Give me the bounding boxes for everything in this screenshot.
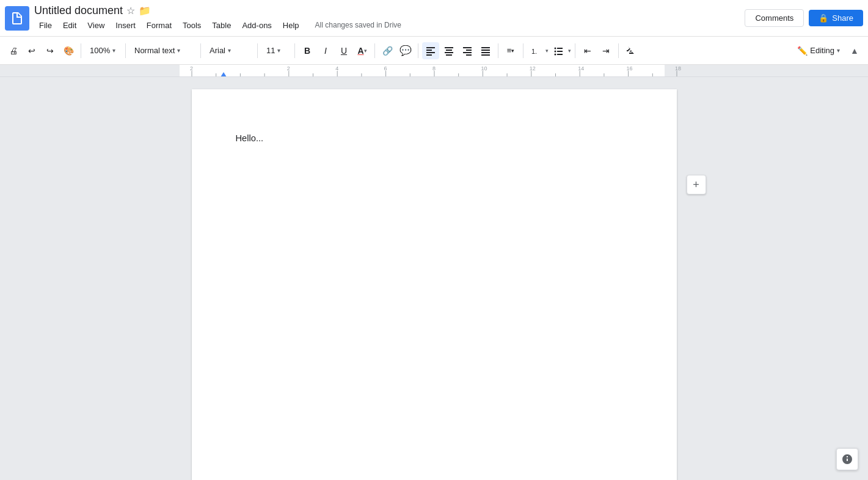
menu-tools[interactable]: Tools (178, 18, 206, 32)
menu-insert[interactable]: Insert (111, 18, 140, 32)
separator-11 (618, 43, 619, 58)
svg-rect-4 (445, 47, 453, 48)
svg-rect-15 (481, 54, 490, 56)
document-page: Hello... + (192, 89, 677, 480)
svg-rect-22 (557, 54, 563, 55)
separator-6 (374, 43, 375, 58)
doc-text: Hello... (236, 133, 264, 143)
separator-1 (81, 43, 81, 58)
redo-button[interactable]: ↪ (42, 42, 59, 59)
svg-rect-1 (426, 50, 432, 51)
zoom-dropdown[interactable]: 100% ▾ (85, 42, 122, 59)
menu-table[interactable]: Table (207, 18, 236, 32)
ordered-list-arrow: ▾ (545, 48, 549, 54)
svg-rect-2 (426, 52, 435, 53)
bullet-list-arrow: ▾ (568, 48, 571, 54)
star-icon[interactable]: ☆ (126, 5, 135, 17)
svg-rect-6 (445, 52, 453, 53)
ruler (0, 65, 868, 77)
add-comment-side-button[interactable]: + (687, 175, 706, 194)
menu-bar: File Edit View Insert Format Tools Table… (34, 18, 745, 32)
pencil-icon: ✏️ (797, 46, 808, 56)
document-content[interactable]: Hello... (236, 133, 633, 194)
paint-format-button[interactable]: 🎨 (60, 42, 77, 59)
svg-point-17 (555, 47, 556, 49)
hide-menus-button[interactable]: ▲ (846, 42, 863, 59)
menu-help[interactable]: Help (278, 18, 304, 32)
line-spacing-button[interactable]: ≡ ▾ (502, 42, 519, 59)
text-color-icon: A (357, 46, 363, 56)
style-chevron: ▾ (177, 47, 180, 54)
svg-rect-11 (466, 54, 472, 56)
align-left-button[interactable] (422, 42, 439, 59)
font-size-dropdown[interactable]: 11 ▾ (261, 42, 291, 59)
align-right-button[interactable] (459, 42, 476, 59)
menu-edit[interactable]: Edit (58, 18, 81, 32)
svg-text:1.: 1. (531, 48, 537, 55)
text-color-button[interactable]: A ▾ (354, 42, 371, 59)
zoom-chevron: ▾ (112, 47, 115, 54)
folder-icon[interactable]: 📁 (139, 5, 151, 17)
align-center-button[interactable] (440, 42, 458, 59)
font-chevron: ▾ (228, 47, 231, 54)
zoom-value: 100% (90, 46, 110, 55)
svg-rect-5 (446, 50, 452, 51)
decrease-indent-button[interactable]: ⇤ (579, 42, 596, 59)
bullet-list-button[interactable] (550, 42, 567, 59)
clear-formatting-button[interactable] (622, 42, 640, 59)
underline-button[interactable]: U (335, 42, 352, 59)
increase-indent-button[interactable]: ⇥ (597, 42, 615, 59)
lock-icon: 🔒 (819, 13, 828, 23)
separator-10 (575, 43, 575, 58)
menu-addons[interactable]: Add-ons (237, 18, 276, 32)
editing-mode-label: Editing (810, 46, 834, 55)
separator-8 (498, 43, 498, 58)
svg-rect-14 (481, 52, 490, 53)
editing-mode-dropdown[interactable]: ✏️ Editing ▾ (792, 43, 845, 58)
font-value: Arial (210, 46, 225, 55)
svg-rect-3 (426, 54, 432, 56)
menu-view[interactable]: View (82, 18, 109, 32)
doc-title-row: Untitled document ☆ 📁 (34, 4, 745, 17)
insert-link-button[interactable]: 🔗 (379, 42, 396, 59)
separator-7 (418, 43, 418, 58)
top-actions: Comments 🔒 Share (745, 9, 863, 27)
color-dropdown-arrow: ▾ (364, 48, 367, 54)
svg-rect-20 (557, 51, 563, 52)
separator-4 (257, 43, 258, 58)
svg-point-19 (555, 50, 556, 52)
ordered-list-button[interactable]: 1. (527, 42, 544, 59)
svg-rect-8 (463, 47, 472, 48)
insert-comment-button[interactable]: 💬 (397, 42, 414, 59)
justify-button[interactable] (477, 42, 494, 59)
svg-rect-7 (446, 54, 452, 56)
ai-fab-button[interactable] (836, 448, 858, 470)
svg-rect-10 (463, 52, 472, 53)
size-value: 11 (266, 46, 275, 55)
separator-3 (200, 43, 201, 58)
bold-button[interactable]: B (299, 42, 316, 59)
doc-info: Untitled document ☆ 📁 File Edit View Ins… (34, 4, 745, 32)
doc-title[interactable]: Untitled document (34, 4, 123, 17)
menu-file[interactable]: File (34, 18, 57, 32)
separator-5 (294, 43, 295, 58)
editing-mode-chevron: ▾ (837, 47, 840, 54)
undo-button[interactable]: ↩ (23, 42, 40, 59)
style-dropdown[interactable]: Normal text ▾ (129, 42, 197, 59)
svg-rect-9 (466, 50, 472, 51)
comments-button[interactable]: Comments (745, 9, 804, 27)
page-container: Hello... + (192, 89, 677, 468)
ruler-canvas (0, 65, 868, 77)
share-button[interactable]: 🔒 Share (809, 10, 863, 26)
app-icon[interactable] (5, 6, 29, 31)
svg-rect-18 (557, 48, 563, 49)
svg-rect-0 (426, 47, 435, 48)
italic-button[interactable]: I (317, 42, 334, 59)
toolbar: 🖨 ↩ ↪ 🎨 100% ▾ Normal text ▾ Arial ▾ 11 … (0, 37, 868, 65)
separator-2 (125, 43, 126, 58)
print-button[interactable]: 🖨 (5, 42, 22, 59)
svg-rect-13 (481, 50, 490, 51)
menu-format[interactable]: Format (142, 18, 177, 32)
editor-area[interactable]: Hello... + (0, 77, 868, 480)
font-dropdown[interactable]: Arial ▾ (205, 42, 253, 59)
